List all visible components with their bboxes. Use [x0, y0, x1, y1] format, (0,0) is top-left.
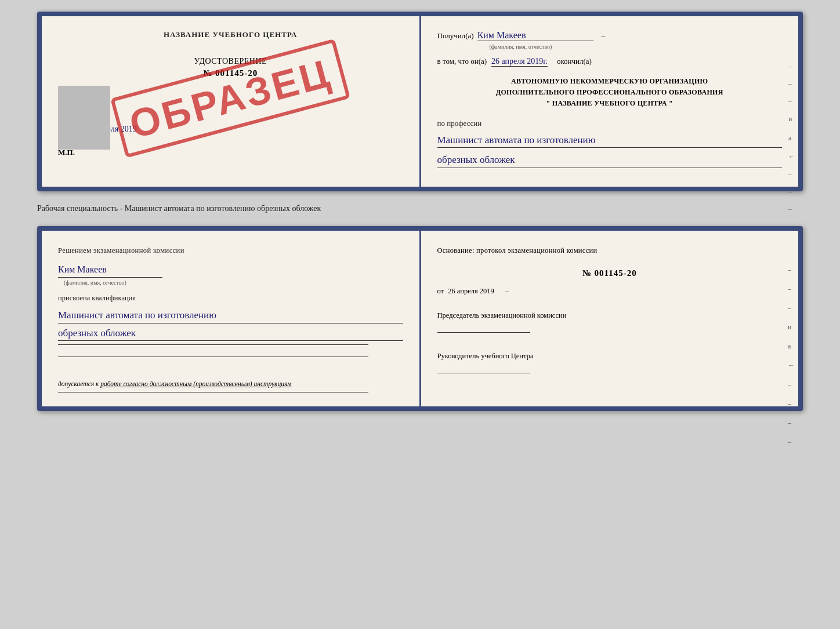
rukovoditel-signature-line	[437, 364, 530, 373]
protokol-number: № 001145-20	[437, 266, 783, 281]
bottom-doc-left: Решением экзаменационной комиссии Ким Ма…	[42, 231, 421, 407]
osnovanie-block: Основание: протокол экзаменационной коми…	[437, 245, 783, 377]
protokol-date: от 26 апреля 2019 –	[437, 285, 783, 297]
side-marks-bottom: – – – и а ← – – – –	[788, 266, 795, 446]
rukovoditel-block: Руководитель учебного Центра	[437, 350, 783, 377]
vtom-prefix: в том, что он(а)	[437, 57, 487, 66]
top-doc-left: НАЗВАНИЕ УЧЕБНОГО ЦЕНТРА ОБРАЗЕЦ УДОСТОВ…	[42, 16, 421, 187]
predsedatel-block: Председатель экзаменационной комиссии	[437, 310, 783, 336]
bottom-document: Решением экзаменационной комиссии Ким Ма…	[37, 226, 803, 412]
osnovanie-title: Основание: протокол экзаменационной коми…	[437, 245, 783, 257]
ot-label: от	[437, 287, 444, 295]
po-professii-label: по профессии	[437, 119, 783, 128]
center-name-label: НАЗВАНИЕ УЧЕБНОГО ЦЕНТРА	[58, 30, 403, 39]
protokol-date-value: 26 апреля 2019	[448, 287, 494, 295]
bottom-fio-sublabel: (фамилия, имя, отчество)	[64, 278, 403, 288]
predsedatel-signature-line	[437, 323, 530, 333]
bottom-doc-right: Основание: протокол экзаменационной коми…	[421, 231, 799, 407]
profession-line1: Машинист автомата по изготовлению	[437, 133, 783, 148]
okonchil-label: окончил(а)	[557, 57, 592, 66]
komissia-title: Решением экзаменационной комиссии	[58, 245, 403, 257]
udostoverenie-block: УДОСТОВЕРЕНИЕ № 001145-20	[58, 57, 403, 78]
rukovoditel-label: Руководитель учебного Центра	[437, 350, 783, 362]
dopuskaetsya-text: работе согласно должностным (производств…	[100, 380, 291, 387]
dopuskaetsya-block: допускается к работе согласно должностны…	[58, 380, 403, 387]
dopuskaetsya-prefix: допускается к	[58, 380, 99, 387]
profession-line2: обрезных обложек	[437, 152, 783, 168]
blank-line-2	[58, 357, 368, 357]
vtom-line: в том, что он(а) 26 апреля 2019г. окончи…	[437, 57, 783, 67]
recipient-name: Ким Макеев	[477, 30, 593, 41]
org-line2: ДОПОЛНИТЕЛЬНОГО ПРОФЕССИОНАЛЬНОГО ОБРАЗО…	[437, 87, 783, 98]
udostoverenie-title: УДОСТОВЕРЕНИЕ	[58, 57, 403, 66]
poluchil-line: Получил(а) Ким Макеев –	[437, 30, 783, 41]
blank-line-bottom	[58, 392, 368, 392]
udostoverenie-number: № 001145-20	[58, 68, 403, 78]
poluchil-label: Получил(а)	[437, 31, 474, 41]
blank-line-1	[58, 344, 368, 345]
resheniem-block: Решением экзаменационной комиссии Ким Ма…	[58, 245, 403, 358]
qualification-line2: обрезных обложек	[58, 326, 403, 341]
qualification-line1: Машинист автомата по изготовлению	[58, 308, 403, 323]
photo-placeholder	[58, 86, 110, 150]
org-block: АВТОНОМНУЮ НЕКОММЕРЧЕСКУЮ ОРГАНИЗАЦИЮ ДО…	[437, 76, 783, 110]
bottom-recipient-name: Ким Макеев	[58, 261, 162, 278]
fio-sublabel: (фамилия, имя, отчество)	[490, 43, 783, 50]
side-marks-top: – – – и а ← – – – –	[788, 63, 795, 230]
org-line1: АВТОНОМНУЮ НЕКОММЕРЧЕСКУЮ ОРГАНИЗАЦИЮ	[437, 76, 783, 87]
specialty-label: Рабочая специальность - Машинист автомат…	[37, 202, 803, 216]
top-doc-right: Получил(а) Ким Макеев – (фамилия, имя, о…	[421, 16, 799, 187]
dash-after-date: –	[505, 287, 509, 295]
vtom-date: 26 апреля 2019г.	[491, 57, 548, 67]
predsedatel-label: Председатель экзаменационной комиссии	[437, 310, 783, 321]
prisvoena-label: присвоена квалификация	[58, 292, 403, 304]
top-document: НАЗВАНИЕ УЧЕБНОГО ЦЕНТРА ОБРАЗЕЦ УДОСТОВ…	[37, 12, 803, 191]
dash-after-name: –	[602, 31, 606, 41]
org-line3: " НАЗВАНИЕ УЧЕБНОГО ЦЕНТРА "	[437, 98, 783, 109]
